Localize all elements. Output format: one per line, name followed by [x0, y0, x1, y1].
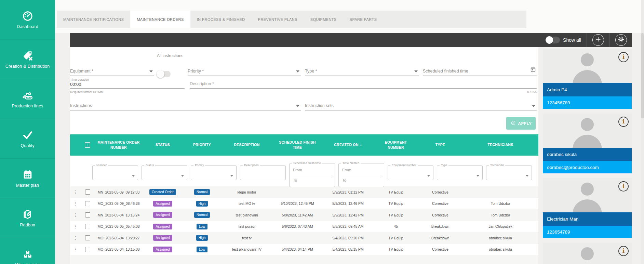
column-header-maintenance-order-number[interactable]: MAINTENANCE ORDER NUMBER [95, 140, 143, 150]
column-filter-priority[interactable]: Priority [191, 165, 237, 180]
row-checkbox[interactable] [85, 212, 90, 217]
description-input[interactable]: Description * [190, 73, 537, 89]
cell-number: MO_2023-05-04_13:20:27 [95, 236, 143, 240]
sidebar-item-warehouses[interactable]: Warehouses [0, 238, 55, 264]
badge-low: Low [197, 224, 207, 229]
tab-in-process-finished[interactable]: IN PROCESS & FINISHED [190, 11, 252, 28]
settings-button[interactable] [615, 34, 627, 46]
table-body: ⋮MN_2023-05-09_09:12:03Created OrderNorm… [70, 186, 538, 255]
scrollbar-thumb[interactable] [641, 33, 644, 118]
sidebar-item-master-plan[interactable]: Master plan [0, 159, 55, 198]
badge-assigned: Assigned [153, 247, 172, 252]
column-header-type[interactable]: TYPE [418, 142, 462, 147]
description-counter: 0 / 255 [527, 90, 537, 94]
column-filter-status[interactable]: Status [142, 165, 187, 180]
column-label: PRIORITY [193, 143, 211, 147]
equipment-select[interactable]: Equipment * [70, 61, 154, 76]
column-label: DESCRIPTION [234, 143, 259, 147]
kebab-menu-icon[interactable]: ⋮ [73, 212, 78, 217]
check-icon [22, 129, 33, 141]
all-instructions-toggle[interactable] [157, 71, 171, 77]
instructions-label: Instructions [70, 103, 92, 110]
instruction-sets-select[interactable]: Instruction sets [305, 95, 537, 110]
column-header-equipment-number[interactable]: EQUIPMENT NUMBER [374, 140, 418, 150]
tab-preventive-plans[interactable]: PREVENTIVE PLANS [252, 11, 304, 28]
row-cell: ⋮ [70, 224, 80, 229]
sidebar-item-creation-distribution[interactable]: Creation & Distribution [0, 40, 55, 79]
column-filter-technician[interactable]: Technician [486, 165, 532, 180]
page-scrollbar[interactable] [641, 0, 644, 264]
apply-button[interactable]: APPLY [506, 117, 536, 130]
sidebar-item-redbox[interactable]: Redbox [0, 198, 55, 238]
column-filter-scheduled-finish-time[interactable]: Scheduled finish timeFromTo [289, 163, 335, 187]
calendar-icon [22, 169, 33, 181]
show-all-toggle[interactable]: Show all [546, 37, 581, 43]
info-button[interactable]: i [618, 181, 629, 192]
tab-spare-parts[interactable]: SPARE PARTS [343, 11, 384, 28]
description-label: Description * [190, 81, 214, 88]
time-duration-input[interactable]: 00:00 [70, 81, 185, 89]
column-header-scheduled-finish-time[interactable]: SCHEDULED FINISH TIME [272, 140, 322, 150]
technician-panel: iAdmin P4123456789iobrabec sikulaobrabec… [543, 49, 632, 264]
table-row[interactable]: ⋮MN_2023-05-04_13:13:24AssignedNormaltes… [70, 209, 538, 221]
calendar-icon[interactable] [530, 67, 536, 74]
column-header-status[interactable]: STATUS [143, 142, 183, 147]
cell-scheduled: 5/9/2023, 11:42 AM [272, 213, 322, 217]
tab-bar: MAINTENANCE NOTIFICATIONSMAINTENANCE ORD… [57, 11, 526, 28]
kebab-menu-icon[interactable]: ⋮ [73, 189, 78, 195]
table-row[interactable]: ⋮MO_2023-05-04_13:15:08AssignedLowtest p… [70, 244, 538, 255]
cell-priority: High [183, 201, 221, 207]
kebab-menu-icon[interactable]: ⋮ [73, 224, 78, 229]
cell-type: Corrective [418, 213, 462, 217]
sidebar-item-dashboard[interactable]: Dashboard [0, 0, 55, 40]
table-row[interactable]: ⋮MO_2023-05-05_05:45:08AssignedLowtest p… [70, 221, 538, 233]
kebab-menu-icon[interactable]: ⋮ [73, 235, 78, 240]
chevron-down-icon [132, 175, 135, 177]
add-button[interactable] [592, 34, 604, 46]
sort-desc-icon[interactable]: ↓ [359, 142, 362, 147]
tab-maintenance-orders[interactable]: MAINTENANCE ORDERS [130, 11, 190, 28]
column-header-priority[interactable]: PRIORITY [183, 142, 221, 147]
row-checkbox[interactable] [85, 235, 90, 240]
badge-high: High [196, 235, 208, 241]
kebab-menu-icon[interactable]: ⋮ [73, 247, 78, 252]
column-filter-number[interactable]: Number [92, 165, 138, 180]
column-filter-type[interactable]: Type [437, 165, 483, 180]
info-button[interactable]: i [618, 246, 629, 256]
sidebar-item-production-lines[interactable]: Production lines [0, 79, 55, 119]
row-checkbox[interactable] [85, 189, 90, 195]
column-filter-description[interactable]: Description [240, 165, 286, 180]
select-all-checkbox[interactable] [85, 142, 90, 148]
column-header-description[interactable]: DESCRIPTION [221, 142, 272, 147]
column-filter-equipment-number[interactable]: Equipment number [388, 165, 433, 180]
sidebar-item-label: Production lines [10, 104, 44, 108]
technician-contact: obrabec@productoo.com [543, 161, 632, 173]
instructions-select[interactable]: Instructions [70, 95, 301, 110]
cell-number: MO_2023-05-09_08:46:36 [95, 201, 143, 206]
info-button[interactable]: i [618, 52, 629, 62]
row-checkbox[interactable] [85, 224, 90, 229]
toggle-track[interactable] [546, 37, 560, 43]
range-from-placeholder: From [293, 168, 302, 172]
chevron-down-icon [296, 105, 299, 107]
column-filter-time-created[interactable]: Time createdFromTo [338, 163, 384, 187]
table-row[interactable]: ⋮MO_2023-05-09_08:46:36AssignedHightest … [70, 198, 538, 210]
sidebar-item-quality[interactable]: Quality [0, 119, 55, 159]
range-divider [293, 176, 332, 176]
column-header-created-on[interactable]: CREATED ON ↓ [322, 142, 374, 148]
cell-created: 5/4/2023, 05:15 PM [322, 247, 374, 251]
row-checkbox[interactable] [85, 201, 90, 206]
table-row[interactable]: ⋮MN_2023-05-09_09:12:03Created OrderNorm… [70, 186, 538, 198]
toggle-knob[interactable] [157, 70, 164, 78]
table-row[interactable]: ⋮MO_2023-05-04_13:20:27AssignedHightest … [70, 232, 538, 244]
column-header-technicians[interactable]: TECHNICIANS [462, 142, 538, 147]
kebab-menu-icon[interactable]: ⋮ [73, 201, 78, 206]
boxes-icon [22, 248, 33, 260]
all-instructions-label: All instructions [157, 53, 186, 59]
row-checkbox[interactable] [85, 247, 90, 252]
table-header: MAINTENANCE ORDER NUMBERSTATUSPRIORITYDE… [70, 134, 538, 156]
tab-maintenance-notifications[interactable]: MAINTENANCE NOTIFICATIONS [57, 11, 130, 28]
info-button[interactable]: i [618, 117, 629, 127]
tab-equipments[interactable]: EQUIPMENTS [304, 11, 343, 28]
toggle-knob[interactable] [546, 36, 553, 44]
